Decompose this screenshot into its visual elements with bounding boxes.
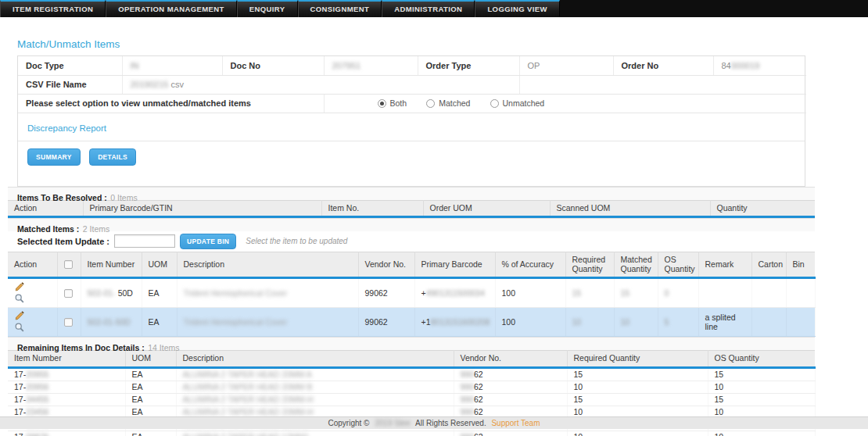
details-button[interactable]: DETAILS bbox=[89, 148, 136, 166]
matched-row-2-checkbox[interactable] bbox=[64, 318, 73, 327]
remaining-row: 17-20955 EA ALUMINA 2 TAPER HEAD 20MM A … bbox=[8, 367, 815, 381]
update-hint-text: Select the item to be updated bbox=[246, 237, 347, 245]
matched-row-2-remark: a splited line bbox=[698, 308, 751, 337]
matched-header-primary-barcode: Primary Barcode bbox=[414, 252, 495, 278]
remaining-header-os-qty: OS Quantity bbox=[708, 351, 815, 368]
matched-row-2-carton bbox=[751, 308, 786, 337]
matched-row-1-required-qty: 15 bbox=[565, 278, 614, 308]
matched-header-vendor-no: Vendor No. bbox=[358, 252, 414, 278]
nav-tab-operation-management[interactable]: OPERATION MANAGEMENT bbox=[106, 0, 237, 17]
remaining-section-count: 14 Items bbox=[148, 343, 179, 352]
edit-icon[interactable] bbox=[14, 281, 26, 293]
matched-header-carton: Carton bbox=[751, 252, 786, 278]
matched-row-2-bin bbox=[786, 308, 815, 337]
selected-item-update-input[interactable] bbox=[114, 234, 175, 248]
matched-row-1-carton bbox=[751, 278, 786, 308]
doc-no-label: Doc No bbox=[222, 56, 324, 75]
report-buttons-row: SUMMARY DETAILS bbox=[18, 141, 805, 186]
matched-header-select-all bbox=[57, 252, 81, 278]
resolve-header-barcode: Primary Barcode/GTIN bbox=[83, 200, 321, 217]
matched-row-1-bin bbox=[786, 278, 815, 308]
csv-row-empty-cell bbox=[519, 75, 806, 94]
matched-header-bin: Bin bbox=[786, 252, 815, 278]
radio-both[interactable] bbox=[378, 99, 386, 108]
matched-header-os-qty: OS Quantity bbox=[658, 252, 698, 278]
csv-file-name-label: CSV File Name bbox=[18, 75, 122, 94]
selected-item-update-row: Selected Item Update : UPDATE BIN Select… bbox=[8, 231, 815, 252]
support-team-link[interactable]: Support Team bbox=[491, 419, 540, 427]
selected-item-update-label: Selected Item Update : bbox=[17, 237, 109, 246]
matched-row-1-checkbox[interactable] bbox=[64, 289, 73, 298]
matched-row-2-barcode: +18013151600208 bbox=[414, 308, 495, 337]
matched-row-2-uom: EA bbox=[142, 308, 177, 337]
matched-row-2-required-qty: 10 bbox=[565, 308, 614, 337]
update-bin-button[interactable]: UPDATE BIN bbox=[180, 234, 236, 249]
matched-header-matched-qty: Matched Quantity bbox=[614, 252, 658, 278]
matched-row-1-item-number: 502-01- 50D bbox=[81, 278, 142, 308]
top-navbar: ITEM REGISTRATION OPERATION MANAGEMENT E… bbox=[0, 0, 868, 17]
matched-row-1-uom: EA bbox=[142, 278, 177, 308]
navbar-filler bbox=[560, 0, 868, 17]
copyright-prefix: Copyright © bbox=[328, 419, 369, 427]
matched-row-2-item-number: 502-01-50D bbox=[81, 308, 142, 337]
discrepancy-report-row: Discrepancy Report bbox=[18, 113, 805, 141]
matched-header-action: Action bbox=[8, 252, 57, 278]
discrepancy-report-link[interactable]: Discrepancy Report bbox=[27, 123, 106, 133]
remaining-header-description: Description bbox=[176, 351, 454, 368]
copyright-rights: All Rights Reserved. bbox=[415, 419, 486, 427]
nav-tab-consignment[interactable]: CONSIGNMENT bbox=[298, 0, 382, 17]
matched-header-description: Description bbox=[177, 252, 358, 278]
copyright-owner: 2019 Stee bbox=[375, 419, 411, 427]
resolve-header-order-uom: Order UOM bbox=[423, 200, 550, 217]
matched-header-required-qty: Required Quantity bbox=[565, 252, 614, 278]
order-no-value: 84000019 bbox=[713, 56, 806, 75]
matched-row-1-barcode: +4901311500034 bbox=[414, 278, 495, 308]
doc-type-label: Doc Type bbox=[18, 56, 122, 75]
matched-row-2-matched-qty: 10 bbox=[614, 308, 658, 337]
order-type-label: Order Type bbox=[418, 56, 519, 75]
radio-unmatched[interactable] bbox=[490, 99, 499, 108]
matched-row-2-vendor: 99062 bbox=[358, 308, 414, 337]
matched-table: Action Item Number UOM Description Vendo… bbox=[8, 252, 816, 337]
nav-tab-logging-view[interactable]: LOGGING VIEW bbox=[475, 0, 560, 17]
order-no-label: Order No bbox=[613, 56, 713, 75]
radio-unmatched-label[interactable]: Unmatched bbox=[503, 98, 545, 108]
radio-both-label[interactable]: Both bbox=[390, 98, 407, 108]
resolve-header-scanned-uom: Scanned UOM bbox=[550, 200, 710, 217]
matched-section-title: Matched Items : bbox=[17, 224, 79, 234]
view-icon[interactable] bbox=[14, 322, 26, 334]
nav-tab-enquiry[interactable]: ENQUIRY bbox=[237, 0, 298, 17]
doc-type-value: IN bbox=[131, 61, 139, 70]
remaining-section-bar: Remaining Items In Doc Details : 14 Item… bbox=[8, 337, 815, 350]
select-all-checkbox[interactable] bbox=[64, 260, 73, 269]
resolve-section-count: 0 Items bbox=[110, 193, 137, 202]
matched-header-remark: Remark bbox=[698, 252, 751, 278]
nav-tab-item-registration[interactable]: ITEM REGISTRATION bbox=[0, 0, 106, 17]
matched-row-1-remark bbox=[698, 278, 751, 308]
view-option-label: Please select option to view unmatched/m… bbox=[18, 94, 324, 113]
remaining-header-required-qty: Required Quantity bbox=[567, 351, 708, 368]
matched-row-1-matched-qty: 15 bbox=[614, 278, 658, 308]
matched-row-1-accuracy: 100 bbox=[495, 278, 565, 308]
main-content: Match/Unmatch Items Doc Type IN Doc No 2… bbox=[8, 38, 815, 436]
remaining-row: 17-20956 EA ALUMINA 2 TAPER HEAD 20MM B … bbox=[8, 381, 815, 393]
summary-button[interactable]: SUMMARY bbox=[27, 148, 81, 166]
matched-row-2-os-qty: 5 bbox=[658, 308, 698, 337]
matched-row-1-vendor: 99062 bbox=[358, 278, 414, 308]
nav-tab-administration[interactable]: ADMINISTRATION bbox=[382, 0, 475, 17]
radio-matched-label[interactable]: Matched bbox=[439, 98, 470, 108]
edit-icon[interactable] bbox=[14, 310, 26, 322]
page-title: Match/Unmatch Items bbox=[17, 38, 815, 50]
matched-header-item-number: Item Number bbox=[81, 252, 142, 278]
radio-matched[interactable] bbox=[426, 99, 435, 108]
resolve-table: Action Primary Barcode/GTIN Item No. Ord… bbox=[8, 200, 815, 219]
csv-file-name-value: 20190215 csv bbox=[122, 75, 519, 94]
resolve-header-item-no: Item No. bbox=[321, 200, 423, 217]
remaining-section-title: Remaining Items In Doc Details : bbox=[17, 343, 145, 352]
remaining-row: 17-34455 EA ALUMINA 2 TAPER HEAD 20MM-H … bbox=[8, 393, 815, 406]
matched-section-count: 2 Items bbox=[83, 224, 109, 234]
remaining-row: 17-09876 EA ALUMINA 2 TAPER HEAD 12MM1 9… bbox=[8, 431, 815, 436]
matched-row-1: 502-01- 50D EA Trident Hemispherical Cov… bbox=[8, 278, 815, 308]
resolve-header-quantity: Quantity bbox=[710, 200, 815, 217]
view-icon[interactable] bbox=[14, 293, 26, 305]
